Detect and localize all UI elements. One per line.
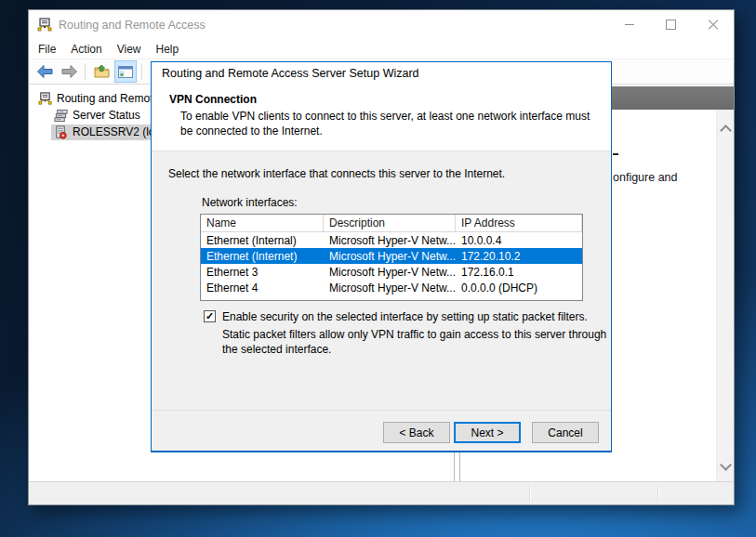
scroll-down-button[interactable]: [717, 457, 734, 476]
server-status-icon: [54, 109, 68, 123]
details-scrollbar[interactable]: [716, 110, 734, 481]
back-button[interactable]: [33, 60, 56, 83]
cell-ip: 172.20.10.2: [456, 250, 582, 263]
chevron-up-icon: [720, 124, 732, 137]
cell-ip: 172.16.0.1: [456, 266, 582, 279]
listview-header: Name Description IP Address: [201, 215, 582, 232]
statusbar-separator: [529, 486, 531, 501]
cell-name: Ethernet 3: [201, 266, 324, 279]
wizard-page-heading: VPN Connection: [169, 93, 611, 106]
console-tree-toggle-button[interactable]: [114, 60, 137, 83]
cell-ip: 10.0.0.4: [456, 234, 582, 247]
toolbar-separator: [85, 63, 86, 80]
console-tree-icon: [118, 66, 133, 78]
hidden-heading-fragment: [613, 153, 618, 155]
menu-bar: File Action View Help: [29, 39, 734, 59]
close-button[interactable]: [692, 10, 734, 39]
rras-setup-wizard-dialog: Routing and Remote Access Server Setup W…: [151, 61, 612, 452]
static-filters-note: Static packet filters allow only VPN tra…: [222, 328, 608, 357]
up-folder-button[interactable]: [90, 60, 113, 83]
scroll-up-button[interactable]: [717, 119, 734, 138]
desktop: Routing and Remote Access File Action Vi…: [0, 0, 756, 537]
forward-button[interactable]: [58, 60, 80, 83]
minimize-button[interactable]: [608, 10, 650, 39]
table-row[interactable]: Ethernet (Internet) Microsoft Hyper-V Ne…: [201, 248, 582, 264]
close-icon: [708, 20, 719, 31]
cell-name: Ethernet (Internet): [201, 250, 324, 263]
cell-description: Microsoft Hyper-V Netw...: [324, 282, 456, 295]
wizard-body: Select the network interface that connec…: [152, 151, 611, 410]
menu-view[interactable]: View: [110, 41, 149, 58]
forward-icon: [61, 65, 77, 78]
chevron-down-icon: [720, 459, 732, 471]
window-titlebar: Routing and Remote Access: [29, 10, 734, 39]
enable-security-label: Enable security on the selected interfac…: [222, 310, 588, 323]
menu-help[interactable]: Help: [149, 41, 187, 58]
rras-app-icon: [37, 18, 52, 33]
cell-name: Ethernet (Internal): [201, 234, 324, 247]
table-row[interactable]: Ethernet 4 Microsoft Hyper-V Netw... 0.0…: [201, 280, 582, 295]
statusbar-separator: [657, 486, 659, 501]
window-title: Routing and Remote Access: [59, 19, 206, 32]
maximize-icon: [666, 20, 676, 30]
cancel-wizard-button[interactable]: Cancel: [532, 422, 599, 443]
back-icon: [37, 65, 53, 78]
tree-item-label: Server Status: [73, 109, 140, 122]
column-header-name[interactable]: Name: [201, 215, 324, 231]
wizard-footer: < Back Next > Cancel: [152, 410, 611, 451]
wizard-header: VPN Connection To enable VPN clients to …: [152, 85, 611, 151]
menu-action[interactable]: Action: [63, 41, 109, 58]
cell-name: Ethernet 4: [201, 282, 324, 295]
minimize-icon: [625, 24, 634, 25]
interface-table-body: Ethernet (Internal) Microsoft Hyper-V Ne…: [201, 232, 582, 295]
up-folder-icon: [94, 65, 110, 78]
network-interfaces-label: Network interfaces:: [202, 196, 298, 209]
intro-text: Select the network interface that connec…: [168, 167, 505, 180]
cell-description: Microsoft Hyper-V Netw...: [324, 250, 456, 263]
table-row[interactable]: Ethernet (Internal) Microsoft Hyper-V Ne…: [201, 232, 582, 248]
details-text-fragment: onfigure and: [613, 171, 678, 184]
cell-description: Microsoft Hyper-V Netw...: [324, 234, 456, 247]
cell-ip: 0.0.0.0 (DHCP): [456, 282, 582, 295]
toolbar-separator: [141, 63, 142, 80]
rras-node-icon: [38, 92, 52, 106]
menu-file[interactable]: File: [31, 41, 63, 58]
status-bar: [29, 481, 734, 504]
enable-security-row: ✓ Enable security on the selected interf…: [204, 310, 588, 323]
wizard-title: Routing and Remote Access Server Setup W…: [162, 67, 419, 80]
interface-listview: Name Description IP Address Ethernet (In…: [200, 214, 583, 301]
next-wizard-button[interactable]: Next >: [454, 422, 521, 443]
maximize-button[interactable]: [650, 10, 692, 39]
table-row[interactable]: Ethernet 3 Microsoft Hyper-V Netw... 172…: [201, 264, 582, 280]
wizard-page-description: To enable VPN clients to connect to this…: [180, 110, 601, 138]
wizard-titlebar: Routing and Remote Access Server Setup W…: [152, 62, 611, 85]
enable-security-checkbox[interactable]: ✓: [204, 310, 216, 322]
cell-description: Microsoft Hyper-V Netw...: [324, 266, 456, 279]
back-wizard-button[interactable]: < Back: [383, 422, 450, 443]
server-node-icon: [54, 125, 68, 139]
column-header-description[interactable]: Description: [324, 215, 456, 231]
column-header-ip[interactable]: IP Address: [456, 215, 582, 231]
